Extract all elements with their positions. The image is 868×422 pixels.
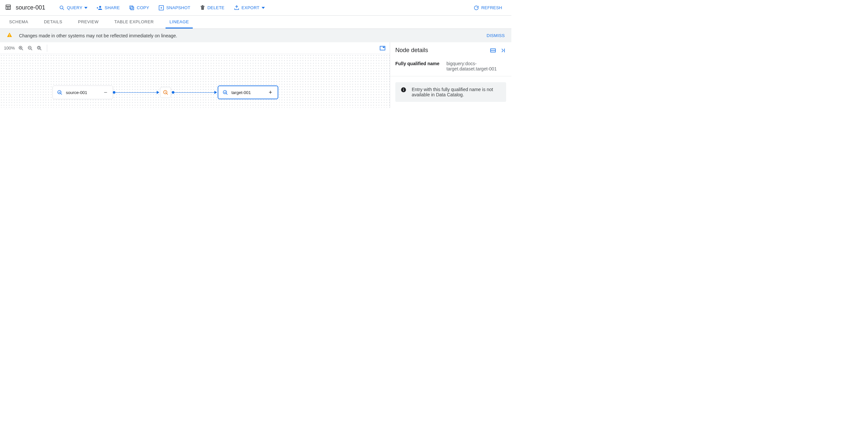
edge-line (115, 92, 157, 93)
svg-rect-39 (403, 90, 404, 91)
dismiss-button[interactable]: DISMISS (487, 33, 505, 38)
title-wrap: source-001 (5, 4, 45, 11)
person-add-icon (97, 5, 102, 11)
svg-rect-0 (6, 5, 10, 9)
expand-toggle[interactable]: + (267, 89, 274, 96)
collapse-toggle[interactable]: − (102, 89, 109, 96)
svg-line-19 (22, 49, 23, 50)
node-details-panel: Node details Fully qualified name bigque… (390, 42, 512, 108)
query-label: QUERY (67, 5, 82, 10)
edge-arrow (157, 91, 159, 94)
svg-point-4 (60, 6, 63, 9)
edge-start-dot (172, 91, 175, 94)
collapse-panel-icon[interactable] (500, 47, 506, 54)
fqn-label: Fully qualified name (395, 61, 441, 71)
warning-icon (6, 32, 12, 39)
svg-line-30 (61, 93, 62, 95)
bigquery-icon (222, 90, 228, 95)
svg-line-32 (166, 93, 168, 95)
refresh-icon (473, 5, 479, 11)
copy-button[interactable]: COPY (125, 3, 153, 13)
svg-rect-9 (131, 7, 134, 10)
page-header: source-001 QUERY SHARE COPY SNAPSHOT DEL… (0, 0, 512, 16)
page-title: source-001 (16, 4, 45, 11)
tab-details[interactable]: DETAILS (40, 16, 66, 29)
export-label: EXPORT (242, 5, 259, 10)
lineage-canvas[interactable]: source-001 − target-001 + (0, 54, 390, 108)
canvas-toolbar: 100% (0, 42, 390, 54)
snapshot-label: SNAPSHOT (166, 5, 190, 10)
delete-button[interactable]: DELETE (196, 3, 228, 13)
side-panel-title: Node details (395, 47, 487, 54)
snapshot-button[interactable]: SNAPSHOT (154, 3, 194, 13)
share-label: SHARE (104, 5, 120, 10)
bigquery-process-icon (163, 90, 168, 95)
query-button[interactable]: QUERY (55, 3, 91, 13)
lineage-node-target[interactable]: target-001 + (218, 86, 278, 99)
zoom-reset-icon[interactable] (36, 45, 42, 51)
bigquery-icon (57, 90, 63, 95)
refresh-button[interactable]: REFRESH (469, 3, 506, 13)
lineage-node-source[interactable]: source-001 − (53, 86, 113, 99)
header-actions: QUERY SHARE COPY SNAPSHOT DELETE EXPORT (55, 3, 269, 13)
catalog-unavailable-note: Entry with this fully qualified name is … (395, 82, 506, 102)
export-icon (234, 5, 240, 11)
info-icon (401, 87, 406, 93)
banner-message: Changes made in other systems may not be… (19, 33, 480, 38)
trash-icon (199, 5, 206, 11)
export-button[interactable]: EXPORT (230, 3, 269, 13)
tab-table-explorer[interactable]: TABLE EXPLORER (111, 16, 158, 29)
svg-point-29 (58, 90, 61, 94)
search-icon (59, 5, 65, 11)
edge-line (175, 92, 214, 93)
fullscreen-icon[interactable] (379, 45, 386, 52)
svg-rect-40 (403, 89, 404, 89)
svg-rect-16 (9, 34, 10, 36)
tabs: SCHEMA DETAILS PREVIEW TABLE EXPLORER LI… (0, 16, 512, 29)
lineage-process-node[interactable] (160, 87, 171, 98)
snapshot-icon (158, 5, 164, 11)
svg-rect-17 (9, 36, 10, 37)
svg-rect-10 (130, 6, 133, 9)
svg-rect-14 (200, 6, 205, 6)
refresh-label: REFRESH (481, 5, 502, 10)
svg-line-23 (31, 49, 32, 50)
delete-label: DELETE (208, 5, 224, 10)
tab-preview[interactable]: PREVIEW (74, 16, 102, 29)
panel-layout-icon[interactable] (490, 47, 496, 54)
zoom-out-icon[interactable] (27, 45, 33, 51)
table-icon (5, 4, 11, 11)
chevron-down-icon (261, 7, 265, 9)
lineage-info-banner: Changes made in other systems may not be… (0, 29, 512, 42)
copy-icon (129, 5, 135, 11)
edge-start-dot (113, 91, 115, 94)
toolbar-divider (47, 44, 47, 52)
node-label: target-001 (231, 90, 264, 95)
svg-line-5 (63, 8, 64, 10)
svg-line-34 (226, 93, 227, 95)
main-area: 100% source-001 − (0, 42, 512, 108)
side-panel-header: Node details (390, 42, 512, 58)
lineage-canvas-wrap: 100% source-001 − (0, 42, 390, 108)
note-text: Entry with this fully qualified name is … (412, 87, 501, 97)
svg-rect-28 (383, 46, 384, 47)
share-button[interactable]: SHARE (93, 3, 124, 13)
edge-arrow (214, 91, 217, 94)
zoom-level: 100% (4, 45, 15, 51)
chevron-down-icon (84, 7, 88, 9)
svg-line-26 (40, 49, 42, 50)
node-label: source-001 (66, 90, 99, 95)
fqn-row: Fully qualified name bigquery:docs-targe… (390, 58, 512, 76)
tab-schema[interactable]: SCHEMA (5, 16, 32, 29)
tab-lineage[interactable]: LINEAGE (165, 16, 193, 29)
svg-rect-15 (202, 5, 203, 6)
zoom-in-icon[interactable] (18, 45, 24, 51)
svg-point-33 (223, 90, 227, 94)
svg-point-25 (37, 46, 40, 49)
fqn-value: bigquery:docs-target.dataset.target-001 (446, 61, 506, 71)
svg-point-6 (99, 6, 101, 8)
copy-label: COPY (137, 5, 149, 10)
